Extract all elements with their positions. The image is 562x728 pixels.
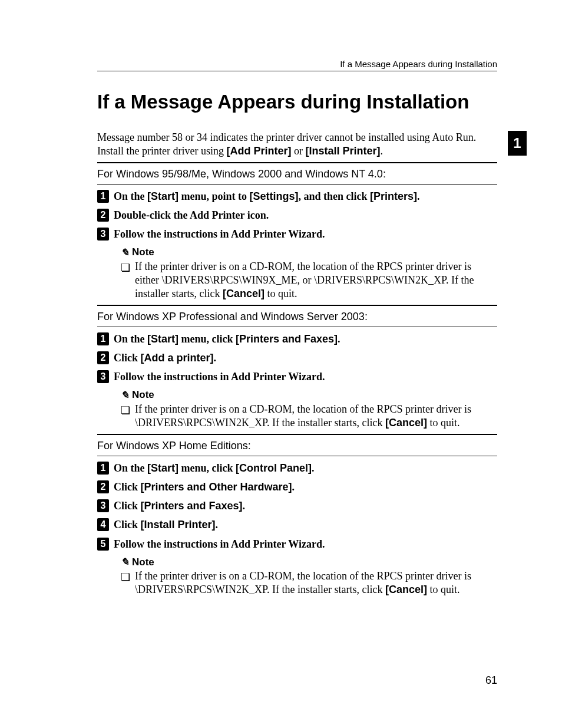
step-number-icon: 2 — [97, 351, 109, 364]
step: 3Click [Printers and Faxes]. — [97, 499, 497, 513]
intro-paragraph: Message number 58 or 34 indicates the pr… — [97, 131, 497, 159]
step-number-icon: 2 — [97, 209, 109, 222]
note-heading: ✎Note — [121, 556, 497, 568]
step: 3Follow the instructions in Add Printer … — [97, 227, 497, 241]
bullet-icon: ❏ — [121, 571, 130, 597]
pencil-icon: ✎ — [121, 246, 129, 259]
note-label: Note — [132, 556, 154, 568]
step: 3Follow the instructions in Add Printer … — [97, 370, 497, 384]
step-text: Click [Printers and Faxes]. — [114, 499, 245, 513]
pencil-icon: ✎ — [121, 389, 129, 401]
page-number: 61 — [485, 674, 497, 687]
note-heading: ✎Note — [121, 246, 497, 259]
section-rule — [97, 434, 497, 435]
step-text: Follow the instructions in Add Printer W… — [114, 227, 325, 241]
ui-label: [Install Printer] — [141, 519, 216, 531]
intro-text: . — [380, 145, 383, 157]
step-text: On the [Start] menu, point to [Settings]… — [114, 189, 420, 203]
step: 5Follow the instructions in Add Printer … — [97, 537, 497, 551]
step-number-icon: 3 — [97, 499, 109, 512]
step: 2Double-click the Add Printer icon. — [97, 208, 497, 222]
note-label: Note — [132, 389, 154, 401]
step-number-icon: 3 — [97, 228, 109, 241]
section-rule-thin — [97, 456, 497, 456]
section-rule — [97, 162, 497, 163]
section-rule-thin — [97, 184, 497, 185]
step-number-icon: 2 — [97, 480, 109, 493]
note-body: ❏If the printer driver is on a CD-ROM, t… — [121, 403, 497, 430]
section-label: For Windows XP Professional and Windows … — [97, 311, 497, 323]
intro-ui-1: [Add Printer] — [226, 145, 291, 157]
step-text: Follow the instructions in Add Printer W… — [114, 370, 325, 384]
note-block: ✎Note❏If the printer driver is on a CD-R… — [121, 556, 497, 597]
note-text: If the printer driver is on a CD-ROM, th… — [135, 260, 497, 301]
ui-label: [Add a printer] — [141, 352, 214, 364]
step-number-icon: 4 — [97, 518, 109, 531]
bullet-icon: ❏ — [121, 261, 130, 301]
step: 1On the [Start] menu, click [Printers an… — [97, 332, 497, 346]
note-text: If the printer driver is on a CD-ROM, th… — [135, 403, 497, 430]
note-text: If the printer driver is on a CD-ROM, th… — [135, 569, 497, 597]
note-label: Note — [132, 246, 154, 258]
step: 1On the [Start] menu, click [Control Pan… — [97, 461, 497, 475]
bullet-icon: ❏ — [121, 404, 130, 430]
step-text: Follow the instructions in Add Printer W… — [114, 537, 325, 551]
ui-label: [Cancel] — [223, 288, 265, 299]
ui-label: [Printers and Faxes] — [236, 333, 338, 345]
section-rule-thin — [97, 327, 497, 327]
ui-label: [Start] — [147, 190, 178, 202]
section-label: For Windows XP Home Editions: — [97, 440, 497, 452]
intro-ui-2: [Install Printer] — [305, 145, 380, 157]
ui-label: [Start] — [147, 333, 178, 345]
step-text: Click [Add a printer]. — [114, 351, 216, 365]
step-text: Click [Printers and Other Hardware]. — [114, 480, 295, 494]
ui-label: [Control Panel] — [236, 462, 312, 474]
ui-label: [Printers] — [370, 190, 417, 202]
section-label: For Windows 95/98/Me, Windows 2000 and W… — [97, 168, 497, 180]
step-text: Click [Install Printer]. — [114, 518, 218, 532]
note-heading: ✎Note — [121, 389, 497, 401]
page-title: If a Message Appears during Installation — [97, 91, 497, 113]
step: 2Click [Add a printer]. — [97, 351, 497, 365]
ui-label: [Start] — [147, 462, 178, 474]
note-body: ❏If the printer driver is on a CD-ROM, t… — [121, 260, 497, 301]
step-number-icon: 1 — [97, 462, 109, 475]
step-number-icon: 3 — [97, 370, 109, 383]
step-number-icon: 1 — [97, 190, 109, 203]
step-text: On the [Start] menu, click [Printers and… — [114, 332, 340, 346]
note-block: ✎Note❏If the printer driver is on a CD-R… — [121, 389, 497, 430]
page-content: If a Message Appears during Installation… — [0, 0, 562, 597]
ui-label: [Settings] — [250, 190, 299, 202]
note-body: ❏If the printer driver is on a CD-ROM, t… — [121, 569, 497, 597]
ui-label: [Printers and Faxes] — [141, 500, 243, 512]
step-number-icon: 1 — [97, 332, 109, 345]
step: 4Click [Install Printer]. — [97, 518, 497, 532]
section-rule — [97, 305, 497, 306]
note-block: ✎Note❏If the printer driver is on a CD-R… — [121, 246, 497, 301]
ui-label: [Cancel] — [385, 584, 427, 595]
step-text: On the [Start] menu, click [Control Pane… — [114, 461, 315, 475]
step-number-icon: 5 — [97, 538, 109, 551]
intro-text: or — [291, 145, 305, 157]
step-text: Double-click the Add Printer icon. — [114, 208, 269, 222]
pencil-icon: ✎ — [121, 556, 129, 568]
ui-label: [Cancel] — [385, 417, 427, 429]
ui-label: [Printers and Other Hardware] — [141, 481, 292, 493]
step: 2Click [Printers and Other Hardware]. — [97, 480, 497, 494]
step: 1On the [Start] menu, point to [Settings… — [97, 189, 497, 203]
